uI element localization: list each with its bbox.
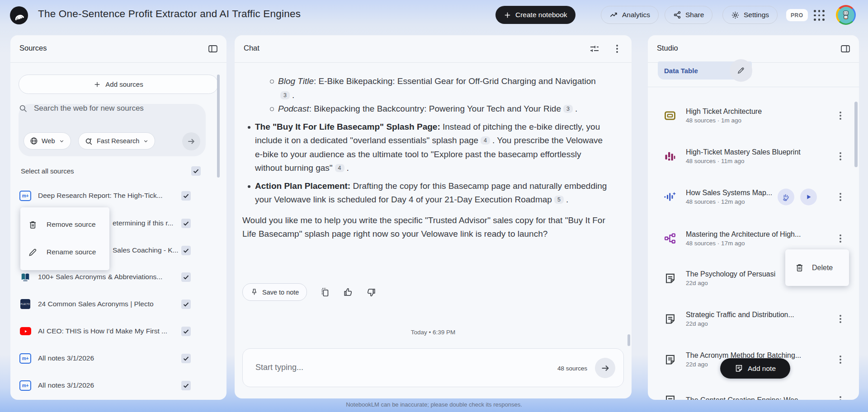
notebooklm-logo-icon[interactable] — [10, 6, 28, 24]
source-checkbox[interactable] — [181, 327, 191, 336]
send-button[interactable] — [595, 358, 615, 378]
web-filter-dropdown[interactable]: Web — [24, 132, 71, 150]
research-mode-label: Fast Research — [97, 137, 139, 145]
item-more-icon[interactable] — [836, 234, 844, 243]
citation-badge[interactable]: 4 — [335, 164, 344, 172]
item-more-icon[interactable] — [836, 356, 844, 364]
chat-more-icon[interactable] — [612, 43, 623, 54]
audio-waveform-icon — [662, 191, 678, 203]
date-divider: Today • 6:39 PM — [235, 329, 632, 336]
delete-menu-item[interactable]: Delete — [785, 249, 849, 286]
item-more-icon[interactable] — [836, 112, 844, 120]
select-all-checkbox[interactable] — [191, 166, 201, 176]
studio-item-row[interactable]: Strategic Traffic and Distribution...22d… — [657, 306, 852, 332]
analytics-button[interactable]: Analytics — [601, 6, 659, 24]
source-checkbox[interactable] — [181, 191, 191, 201]
notebooklm-note-icon: m+ — [19, 380, 31, 391]
bar-chart-icon — [662, 150, 678, 163]
assistant-message: Blog Title: E-Bike Bikepacking: Essentia… — [242, 75, 608, 241]
chat-settings-icon[interactable] — [589, 43, 600, 54]
rename-source-menu-item[interactable]: Rename source — [20, 238, 109, 266]
thumbs-up-icon[interactable] — [343, 287, 353, 297]
youtube-icon — [19, 327, 31, 335]
collapse-studio-panel-icon[interactable] — [840, 43, 851, 54]
source-checkbox[interactable] — [181, 246, 191, 255]
source-checkbox[interactable] — [181, 354, 191, 363]
settings-label: Settings — [744, 11, 769, 19]
wave-hand-icon — [782, 193, 790, 201]
source-row[interactable]: PLECTO 24 Common Sales Acronyms | Plecto — [19, 293, 199, 315]
note-icon — [662, 394, 678, 400]
source-row[interactable]: AI CEO: THIS is How I'd Make My First ..… — [19, 320, 199, 342]
gear-icon — [731, 11, 740, 19]
analytics-label: Analytics — [622, 11, 650, 19]
remove-source-menu-item[interactable]: Remove source — [20, 211, 109, 239]
settings-button[interactable]: Settings — [722, 6, 778, 24]
apps-grid-icon[interactable] — [814, 10, 826, 22]
pin-icon — [250, 288, 258, 296]
chat-panel: Chat Blog Title: E-Bike Bikepacking: Ess… — [235, 35, 632, 398]
globe-icon — [30, 137, 38, 145]
source-checkbox[interactable] — [181, 381, 191, 390]
chevron-down-icon — [59, 138, 65, 144]
save-to-note-button[interactable]: Save to note — [242, 283, 307, 301]
play-audio-button[interactable] — [800, 189, 817, 206]
edit-chip-button[interactable] — [730, 59, 752, 82]
source-row[interactable]: m+ All notes 3/1/2026 — [19, 347, 199, 369]
source-context-menu: Remove source Rename source — [20, 207, 109, 270]
add-sources-button[interactable]: Add sources — [19, 75, 218, 94]
item-more-icon[interactable] — [836, 315, 844, 323]
source-checkbox[interactable] — [181, 300, 191, 309]
copy-icon[interactable] — [320, 287, 330, 297]
source-checkbox[interactable] — [181, 219, 191, 228]
citation-badge[interactable]: 5 — [554, 196, 564, 204]
item-more-icon[interactable] — [836, 152, 844, 160]
trash-icon — [28, 220, 38, 229]
source-row[interactable]: m+ All notes 3/1/2026 — [19, 375, 199, 396]
bullet-splash-page: The "Buy It For Life Basecamp" Splash Pa… — [242, 120, 608, 175]
chat-input-box[interactable]: Start typing... 48 sources — [242, 348, 624, 387]
account-avatar[interactable] — [836, 5, 856, 25]
collapse-sources-panel-icon[interactable] — [208, 43, 218, 54]
share-button[interactable]: Share — [665, 6, 712, 24]
search-submit-button[interactable] — [182, 132, 200, 150]
trending-icon — [609, 11, 618, 19]
item-more-icon[interactable] — [836, 396, 844, 400]
sources-scrollbar[interactable] — [217, 75, 220, 178]
note-icon — [662, 272, 678, 285]
create-notebook-button[interactable]: Create notebook — [495, 6, 576, 24]
studio-header: Studio — [648, 35, 859, 63]
web-search-box: Search the web for new sources Web Fast … — [19, 104, 206, 156]
studio-item-row[interactable]: Mastering the Architecture of High...48 … — [657, 226, 852, 251]
play-icon — [805, 194, 812, 201]
search-input[interactable]: Search the web for new sources — [34, 104, 144, 113]
robot-avatar-image — [838, 7, 854, 23]
thumbs-down-icon[interactable] — [366, 287, 376, 297]
notebook-title[interactable]: The One-Sentence Profit Extractor and AI… — [38, 8, 301, 20]
web-filter-label: Web — [42, 137, 55, 145]
chat-title: Chat — [244, 44, 259, 52]
sources-title: Sources — [19, 44, 47, 52]
book-icon — [19, 272, 31, 282]
source-checkbox[interactable] — [181, 272, 191, 282]
studio-item-row[interactable]: How Sales Systems Map...48 sources · 12m… — [657, 184, 852, 210]
arrow-right-icon — [600, 363, 610, 373]
note-icon — [662, 313, 678, 325]
chat-scrollbar[interactable] — [627, 334, 630, 346]
studio-item-row[interactable]: The Content Creation Engine: Wee... — [657, 388, 852, 400]
add-note-button[interactable]: Add note — [720, 358, 790, 379]
research-sparkle-icon — [85, 137, 93, 145]
item-more-icon[interactable] — [836, 193, 844, 201]
message-actions: Save to note — [242, 283, 376, 301]
interactive-mode-button[interactable] — [778, 189, 794, 206]
studio-scrollbar[interactable] — [854, 102, 858, 167]
research-mode-dropdown[interactable]: Fast Research — [78, 132, 155, 150]
pencil-icon — [28, 248, 38, 257]
studio-item-row[interactable]: High-Ticket Mastery Sales Blueprint48 so… — [657, 144, 852, 169]
citation-badge[interactable]: 4 — [481, 136, 490, 145]
source-row[interactable]: m+ Deep Research Report: The High-Tick..… — [19, 185, 199, 206]
arrow-right-icon — [187, 137, 196, 146]
citation-badge[interactable]: 3 — [563, 105, 573, 113]
studio-item-row[interactable]: High Ticket Architecture48 sources · 1m … — [657, 103, 852, 128]
citation-badge[interactable]: 3 — [280, 91, 290, 99]
